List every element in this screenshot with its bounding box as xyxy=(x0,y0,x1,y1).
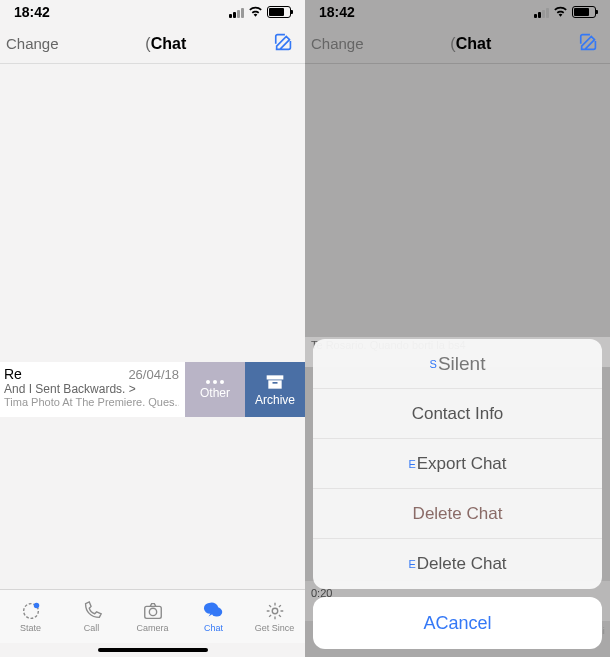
battery-icon xyxy=(267,6,291,18)
sheet-cancel-button[interactable]: ACancel xyxy=(313,597,602,649)
screen-right: 18:42 Change (Chat Te Rosario. Quando bo… xyxy=(305,0,610,657)
tab-bar: State Call Camera Chat Get Since xyxy=(0,589,305,643)
chat-preview-line1: And I Sent Backwards. > xyxy=(4,382,179,396)
wifi-icon xyxy=(553,4,568,20)
svg-point-6 xyxy=(149,608,156,615)
svg-point-8 xyxy=(272,608,278,614)
svg-point-7 xyxy=(211,607,222,616)
status-bar: 18:42 xyxy=(0,0,305,24)
status-indicators xyxy=(229,4,291,20)
chat-contact-name: Re xyxy=(4,366,22,382)
tab-label: Camera xyxy=(136,623,168,633)
edit-button: Change xyxy=(311,35,364,52)
chat-row[interactable]: Re 26/04/18 And I Sent Backwards. > Tima… xyxy=(0,362,305,417)
swipe-archive-label: Archive xyxy=(255,393,295,407)
phone-icon xyxy=(79,600,105,622)
svg-rect-0 xyxy=(267,375,284,379)
tab-chat[interactable]: Chat xyxy=(183,590,244,643)
tab-label: Call xyxy=(84,623,100,633)
cellular-signal-icon xyxy=(534,7,549,18)
camera-icon xyxy=(140,600,166,622)
tab-call[interactable]: Call xyxy=(61,590,122,643)
svg-rect-1 xyxy=(268,380,281,388)
action-sheet: SSilent Contact Info EExport Chat Delete… xyxy=(313,339,602,649)
svg-rect-2 xyxy=(273,382,278,384)
more-icon xyxy=(206,380,224,384)
gear-icon xyxy=(262,600,288,622)
cellular-signal-icon xyxy=(229,7,244,18)
chat-preview-line2: Tima Photo At The Premiere. Ques... xyxy=(4,396,179,408)
archive-icon xyxy=(265,373,285,391)
action-sheet-group: SSilent Contact Info EExport Chat Delete… xyxy=(313,339,602,589)
swipe-archive-button[interactable]: Archive xyxy=(245,362,305,417)
status-bar: 18:42 xyxy=(305,0,610,24)
chat-row-content[interactable]: Re 26/04/18 And I Sent Backwards. > Tima… xyxy=(0,362,185,417)
chat-date: 26/04/18 xyxy=(128,367,179,382)
nav-header: Change (Chat xyxy=(0,24,305,64)
svg-point-4 xyxy=(33,603,39,609)
status-time: 18:42 xyxy=(14,4,50,20)
tab-settings[interactable]: Get Since xyxy=(244,590,305,643)
tab-label: Get Since xyxy=(255,623,295,633)
page-title: (Chat xyxy=(450,35,491,53)
swipe-more-label: Other xyxy=(200,386,230,400)
sheet-contact-info-button[interactable]: Contact Info xyxy=(313,389,602,439)
tab-label: Chat xyxy=(204,623,223,633)
status-time: 18:42 xyxy=(319,4,355,20)
sheet-delete-chat-button[interactable]: Delete Chat xyxy=(313,489,602,539)
nav-header: Change (Chat xyxy=(305,24,610,64)
tab-label: State xyxy=(20,623,41,633)
tab-state[interactable]: State xyxy=(0,590,61,643)
sheet-export-chat-button[interactable]: EExport Chat xyxy=(313,439,602,489)
screen-left: 18:42 Change (Chat Re 26/04/18 And I Sen… xyxy=(0,0,305,657)
compose-button[interactable] xyxy=(273,31,295,57)
chat-list[interactable]: Re 26/04/18 And I Sent Backwards. > Tima… xyxy=(0,64,305,589)
swipe-more-button[interactable]: Other xyxy=(185,362,245,417)
wifi-icon xyxy=(248,4,263,20)
compose-button xyxy=(578,31,600,57)
sheet-silent-button[interactable]: SSilent xyxy=(313,339,602,389)
chat-icon xyxy=(201,600,227,622)
status-indicators xyxy=(534,4,596,20)
tab-camera[interactable]: Camera xyxy=(122,590,183,643)
edit-button[interactable]: Change xyxy=(6,35,59,52)
status-icon xyxy=(18,600,44,622)
home-indicator[interactable] xyxy=(0,643,305,657)
sheet-delete-chat-button-2[interactable]: EDelete Chat xyxy=(313,539,602,589)
battery-icon xyxy=(572,6,596,18)
page-title: (Chat xyxy=(145,35,186,53)
